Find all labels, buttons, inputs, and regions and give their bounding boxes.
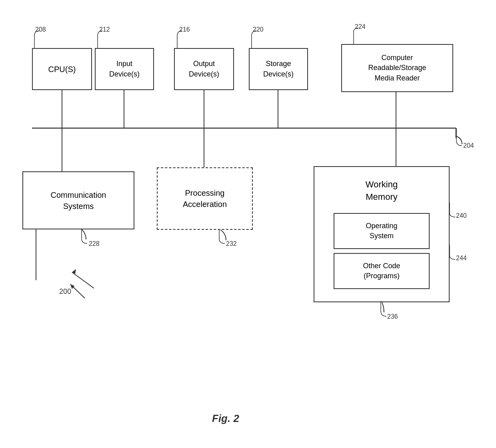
proc-accel-label: ProcessingAcceleration (183, 187, 227, 210)
os-label: OperatingSystem (366, 221, 397, 241)
input-box: InputDevice(s) (95, 48, 154, 90)
ref-200-arrow (66, 280, 90, 300)
os-box: OperatingSystem (334, 213, 430, 249)
ref-216-bracket (174, 29, 186, 51)
ref-244-bracket (448, 243, 460, 261)
other-code-label: Other Code(Programs) (363, 261, 400, 281)
output-label: OutputDevice(s) (189, 59, 219, 79)
ref-204-bracket (453, 127, 467, 147)
storage-label: StorageDevice(s) (263, 59, 294, 79)
media-reader-label: ComputerReadable/StorageMedia Reader (368, 53, 426, 83)
svg-marker-14 (70, 284, 74, 289)
ref-236-bracket (378, 299, 392, 319)
storage-box: StorageDevice(s) (249, 48, 308, 90)
diagram: CPU(S) 208 InputDevice(s) 212 OutputDevi… (0, 0, 496, 448)
media-reader-box: ComputerReadable/StorageMedia Reader (341, 44, 453, 92)
cpu-box: CPU(S) (32, 48, 92, 90)
ref-228-bracket (78, 227, 92, 245)
ref-240-bracket (448, 201, 460, 219)
input-label: InputDevice(s) (109, 59, 140, 79)
ref-220-bracket (248, 29, 260, 51)
ref-232-bracket (216, 228, 230, 245)
ref-208-bracket (31, 29, 43, 51)
cpu-label: CPU(S) (48, 64, 76, 75)
fig-caption: Fig. 2 (212, 412, 239, 425)
ref-212-bracket (94, 29, 106, 51)
output-box: OutputDevice(s) (174, 48, 234, 90)
comm-systems-box: CommunicationSystems (22, 171, 134, 229)
working-memory-box: WorkingMemory OperatingSystem Other Code… (314, 166, 450, 302)
working-memory-label: WorkingMemory (322, 179, 441, 203)
other-code-box: Other Code(Programs) (334, 253, 430, 289)
ref-224-bracket (350, 26, 362, 46)
svg-marker-12 (72, 269, 76, 274)
comm-systems-label: CommunicationSystems (51, 189, 106, 212)
proc-accel-box: ProcessingAcceleration (157, 167, 253, 230)
